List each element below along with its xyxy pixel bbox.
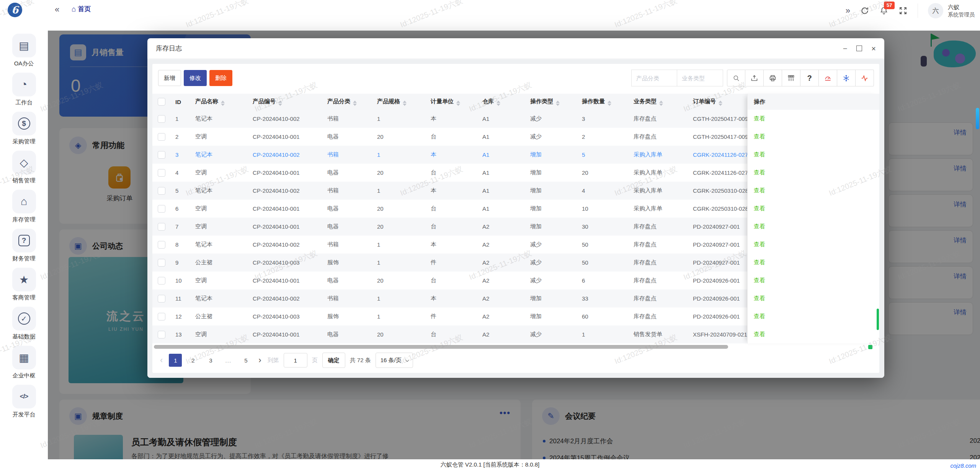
gauge-icon-button[interactable] xyxy=(819,70,837,86)
view-link[interactable]: 查看 xyxy=(754,313,765,320)
cell-biz_type: 库存盘点 xyxy=(629,313,688,320)
view-link[interactable]: 查看 xyxy=(754,133,765,140)
footer-site-link[interactable]: cojz8.com xyxy=(950,462,976,469)
view-link[interactable]: 查看 xyxy=(754,169,765,176)
sidebar-collapse-icon[interactable]: « xyxy=(55,5,59,15)
avatar[interactable]: 六 xyxy=(928,3,943,18)
sort-icon[interactable] xyxy=(221,101,225,106)
sidebar-item-sales[interactable]: ◇销售管理 xyxy=(12,151,36,184)
edit-button[interactable]: 修改 xyxy=(184,70,207,86)
filter-input-product-category[interactable] xyxy=(631,70,677,86)
column-header-8[interactable]: 操作类型 xyxy=(526,98,577,106)
snowflake-icon-button[interactable] xyxy=(837,70,856,86)
close-button[interactable]: × xyxy=(871,45,876,52)
delete-button[interactable]: 删除 xyxy=(209,70,232,86)
row-checkbox[interactable] xyxy=(158,169,165,177)
goto-confirm-button[interactable]: 确定 xyxy=(322,353,345,368)
cell-code: CP-20240410-001 xyxy=(248,169,323,176)
user-info[interactable]: 六蚁 系统管理员 xyxy=(948,3,975,18)
column-header-7[interactable]: 仓库 xyxy=(478,98,526,106)
columns-icon-button[interactable] xyxy=(782,70,800,86)
pulse-icon-button[interactable] xyxy=(856,70,874,86)
page-button-5[interactable]: 5 xyxy=(239,354,252,367)
row-checkbox[interactable] xyxy=(158,331,165,338)
column-header-5[interactable]: 产品规格 xyxy=(372,98,426,106)
sort-icon[interactable] xyxy=(608,101,611,106)
view-link[interactable]: 查看 xyxy=(754,151,765,158)
notifications-button[interactable]: 57 xyxy=(879,6,889,15)
sort-icon[interactable] xyxy=(556,101,560,106)
column-label: 操作数量 xyxy=(582,98,605,104)
row-checkbox[interactable] xyxy=(158,313,165,320)
maximize-button[interactable] xyxy=(856,46,862,51)
sidebar-item-oa-office[interactable]: ▤OA办公 xyxy=(12,34,36,67)
sidebar-item-label: OA办公 xyxy=(14,60,34,67)
sort-icon[interactable] xyxy=(278,101,282,106)
cell-unit: 本 xyxy=(426,187,478,194)
row-checkbox[interactable] xyxy=(158,241,165,249)
next-page-button[interactable]: › xyxy=(257,356,263,364)
view-link[interactable]: 查看 xyxy=(754,331,765,338)
row-checkbox[interactable] xyxy=(158,295,165,302)
row-checkbox[interactable] xyxy=(158,223,165,231)
goto-page-input[interactable] xyxy=(284,353,307,368)
page-button-1[interactable]: 1 xyxy=(169,354,182,367)
add-button[interactable]: 新增 xyxy=(158,70,181,86)
sidebar-item-enterprise-hub[interactable]: ▦企业中枢 xyxy=(12,346,36,379)
sort-icon[interactable] xyxy=(659,101,663,106)
row-checkbox[interactable] xyxy=(158,115,165,123)
page-scrollbar-thumb[interactable] xyxy=(976,108,979,129)
row-checkbox[interactable] xyxy=(158,133,165,141)
row-checkbox[interactable] xyxy=(158,277,165,285)
sidebar-item-base-data[interactable]: ✓基础数据 xyxy=(12,307,36,340)
view-link[interactable]: 查看 xyxy=(754,187,765,194)
view-link[interactable]: 查看 xyxy=(754,277,765,284)
export-icon-button[interactable] xyxy=(745,70,764,86)
prev-page-button[interactable]: ‹ xyxy=(158,356,164,364)
row-checkbox[interactable] xyxy=(158,187,165,195)
select-all-checkbox[interactable] xyxy=(158,98,165,106)
sidebar-item-purchase[interactable]: $采购管理 xyxy=(12,112,36,145)
row-checkbox[interactable] xyxy=(158,151,165,159)
page-button-2[interactable]: 2 xyxy=(186,354,199,367)
column-header-4[interactable]: 产品分类 xyxy=(323,98,372,106)
view-link[interactable]: 查看 xyxy=(754,223,765,230)
tab-home[interactable]: ⌂ 首页 xyxy=(72,5,91,13)
cell-warehouse: A1 xyxy=(478,151,526,158)
view-link[interactable]: 查看 xyxy=(754,205,765,212)
refresh-icon[interactable] xyxy=(860,6,869,15)
view-link[interactable]: 查看 xyxy=(754,241,765,248)
column-header-3[interactable]: 产品编号 xyxy=(248,98,323,106)
page-size-select[interactable]: 16 条/页 xyxy=(376,353,413,368)
sort-icon[interactable] xyxy=(456,101,460,106)
view-link[interactable]: 查看 xyxy=(754,115,765,122)
row-checkbox[interactable] xyxy=(158,205,165,213)
sidebar-item-customer[interactable]: ★客商管理 xyxy=(12,268,36,301)
page-button-3[interactable]: 3 xyxy=(204,354,217,367)
sidebar-item-inventory[interactable]: ⌂库存管理 xyxy=(12,190,36,223)
sort-icon[interactable] xyxy=(353,101,357,106)
help-icon-button[interactable]: ? xyxy=(800,70,819,86)
column-header-9[interactable]: 操作数量 xyxy=(577,98,629,106)
tabs-expand-icon[interactable]: » xyxy=(846,6,850,16)
sort-icon[interactable] xyxy=(719,101,722,106)
sort-icon[interactable] xyxy=(403,101,407,106)
view-link[interactable]: 查看 xyxy=(754,295,765,302)
sidebar-item-workbench[interactable]: ◔工作台 xyxy=(12,73,36,106)
sort-icon[interactable] xyxy=(497,101,500,106)
filter-input-business-type[interactable] xyxy=(677,70,723,86)
horizontal-scrollbar-thumb[interactable] xyxy=(154,345,728,349)
cell-op_qty: 60 xyxy=(577,313,629,320)
search-icon-button[interactable] xyxy=(727,70,745,86)
row-checkbox[interactable] xyxy=(158,259,165,267)
column-header-2[interactable]: 产品名称 xyxy=(191,98,248,106)
fullscreen-icon[interactable] xyxy=(898,6,908,15)
sidebar-item-finance[interactable]: ?财务管理 xyxy=(12,229,36,262)
print-icon-button[interactable] xyxy=(764,70,782,86)
sidebar-item-dev-platform[interactable]: </>开发平台 xyxy=(12,385,36,418)
view-link[interactable]: 查看 xyxy=(754,259,765,266)
minimize-button[interactable]: − xyxy=(843,45,848,52)
column-header-6[interactable]: 计量单位 xyxy=(426,98,478,106)
column-label: 产品名称 xyxy=(195,98,218,104)
column-header-10[interactable]: 业务类型 xyxy=(629,98,688,106)
